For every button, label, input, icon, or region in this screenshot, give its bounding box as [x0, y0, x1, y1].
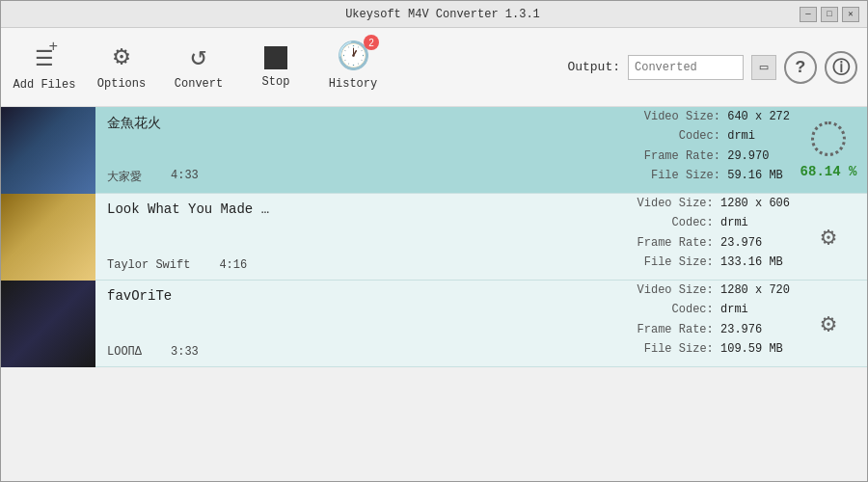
meta-codec: Codec: drmi: [627, 300, 790, 319]
file-info: 金魚花火大家愛4:33: [95, 107, 634, 193]
thumbnail: [1, 194, 95, 281]
file-action-area: ⚙: [790, 281, 867, 366]
help-button[interactable]: ?: [784, 51, 817, 84]
file-title: favOriTe: [107, 288, 615, 304]
meta-frame-rate: Frame Rate: 23.976: [627, 233, 790, 253]
output-input[interactable]: [628, 55, 744, 80]
file-action-area: 68.14 %: [790, 107, 867, 193]
file-meta: Video Size: 1280 x 606 Codec: drmi Frame…: [627, 194, 790, 280]
history-icon: 🕐: [337, 44, 370, 71]
add-files-label: Add Files: [14, 78, 76, 92]
minimize-button[interactable]: ─: [800, 7, 817, 22]
stop-button[interactable]: Stop: [242, 31, 310, 103]
meta-frame-rate: Frame Rate: 23.976: [627, 320, 790, 339]
file-row[interactable]: favOriTeLOOΠΔ3:33 Video Size: 1280 x 720…: [1, 281, 867, 367]
thumbnail-image: [1, 281, 95, 367]
info-button[interactable]: ⓘ: [825, 51, 857, 84]
meta-video-size: Video Size: 1280 x 606: [627, 194, 790, 213]
file-meta: Video Size: 1280 x 720 Codec: drmi Frame…: [627, 281, 790, 366]
file-duration: 4:33: [171, 169, 199, 185]
meta-file-size: File Size: 109.59 MB: [627, 339, 790, 359]
convert-icon: ↺: [191, 44, 207, 71]
file-artist-duration: Taylor Swift4:16: [107, 258, 615, 272]
stop-label: Stop: [262, 75, 290, 89]
add-files-icon: ☰+: [35, 43, 54, 72]
thumbnail-image: [1, 194, 95, 281]
conversion-spinner: [811, 121, 846, 156]
file-artist-duration: 大家愛4:33: [107, 169, 622, 185]
progress-text: 68.14 %: [800, 164, 857, 179]
title-bar: Ukeysoft M4V Converter 1.3.1 ─ □ ✕: [1, 1, 867, 28]
file-row[interactable]: 金魚花火大家愛4:33 Video Size: 640 x 272 Codec:…: [1, 107, 867, 194]
meta-video-size: Video Size: 640 x 272: [634, 107, 790, 126]
window-title: Ukeysoft M4V Converter 1.3.1: [86, 8, 800, 21]
file-row[interactable]: Look What You Made …Taylor Swift4:16 Vid…: [1, 194, 867, 281]
file-list: 金魚花火大家愛4:33 Video Size: 640 x 272 Codec:…: [1, 107, 867, 367]
meta-video-size: Video Size: 1280 x 720: [627, 281, 790, 300]
meta-file-size: File Size: 133.16 MB: [627, 253, 790, 272]
file-artist: Taylor Swift: [107, 258, 190, 272]
thumbnail-image: [1, 107, 95, 194]
file-duration: 3:33: [171, 345, 199, 359]
close-button[interactable]: ✕: [842, 7, 859, 22]
convert-button[interactable]: ↺ Convert: [165, 31, 232, 103]
window-controls: ─ □ ✕: [800, 7, 859, 22]
convert-label: Convert: [175, 77, 223, 91]
settings-icon[interactable]: ⚙: [821, 222, 836, 253]
add-files-button[interactable]: ☰+ Add Files: [11, 31, 78, 103]
file-action-area: ⚙: [790, 194, 867, 280]
meta-file-size: File Size: 59.16 MB: [634, 166, 790, 185]
file-info: Look What You Made …Taylor Swift4:16: [95, 194, 627, 280]
options-button[interactable]: ⚙ Options: [88, 31, 155, 103]
file-title: Look What You Made …: [107, 201, 615, 217]
stop-icon: [264, 46, 287, 69]
meta-codec: Codec: drmi: [634, 126, 790, 146]
meta-codec: Codec: drmi: [627, 213, 790, 232]
file-artist: LOOΠΔ: [107, 345, 142, 359]
history-button[interactable]: 🕐 2 History: [319, 31, 387, 103]
file-info: favOriTeLOOΠΔ3:33: [95, 281, 627, 366]
output-label: Output:: [567, 60, 620, 74]
file-duration: 4:16: [219, 258, 247, 272]
toolbar: ☰+ Add Files ⚙ Options ↺ Convert Stop 🕐 …: [1, 28, 867, 107]
file-meta: Video Size: 640 x 272 Codec: drmi Frame …: [634, 107, 790, 193]
settings-icon[interactable]: ⚙: [821, 308, 836, 339]
info-icon: ⓘ: [832, 56, 850, 79]
file-artist: 大家愛: [107, 169, 142, 185]
output-area: Output: ▭ ? ⓘ: [567, 51, 857, 84]
history-badge: 2: [364, 35, 379, 50]
options-label: Options: [97, 77, 146, 91]
folder-browse-button[interactable]: ▭: [751, 55, 776, 80]
help-icon: ?: [796, 58, 806, 77]
options-icon: ⚙: [114, 44, 130, 71]
thumbnail: [1, 281, 95, 367]
maximize-button[interactable]: □: [821, 7, 838, 22]
meta-frame-rate: Frame Rate: 29.970: [634, 147, 790, 166]
file-artist-duration: LOOΠΔ3:33: [107, 345, 615, 359]
thumbnail: [1, 107, 95, 194]
history-label: History: [329, 77, 377, 91]
file-title: 金魚花火: [107, 115, 622, 132]
